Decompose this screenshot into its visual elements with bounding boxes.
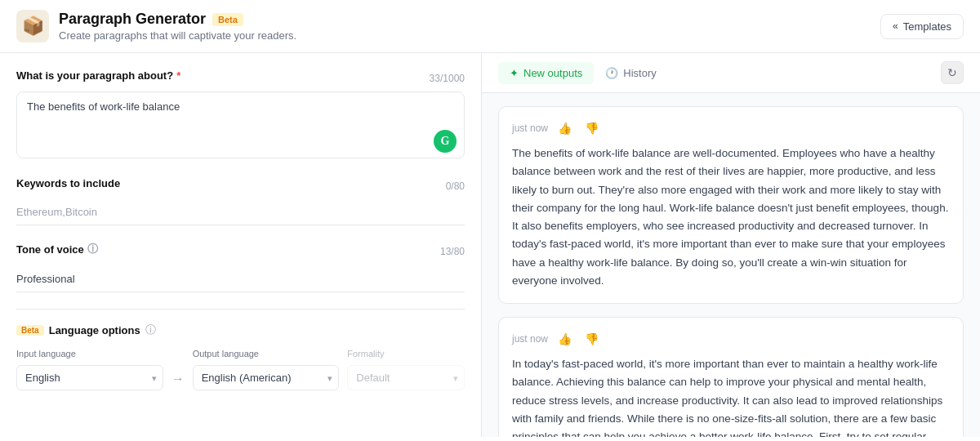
lang-section-label: Language options (49, 324, 140, 336)
lang-section-header: Beta Language options ⓘ (16, 323, 465, 337)
refresh-icon: ↻ (947, 66, 957, 79)
thumbs-up-button-1[interactable]: 👍 (555, 120, 575, 136)
arrow-icon: → (172, 372, 185, 386)
output-time-2: just now (512, 333, 548, 345)
formality-col: Formality Default Formal Informal ▾ (347, 349, 465, 390)
header-title-row: Paragraph Generator Beta (59, 11, 296, 28)
tabs: ✦ New outputs 🕐 History (498, 62, 668, 84)
output-meta-2: just now 👍 👎 (512, 331, 950, 347)
lang-grid: Input language English Spanish French Ge… (16, 349, 465, 390)
output-block-1: just now 👍 👎 The benefits of work-life b… (498, 106, 964, 304)
outputs-area: just now 👍 👎 The benefits of work-life b… (482, 93, 980, 437)
output-lang-select-wrap: English (American) English (British) Spa… (193, 365, 340, 390)
templates-label: Templates (903, 20, 951, 33)
main-layout: What is your paragraph about? * 33/1000 … (0, 53, 980, 437)
left-panel: What is your paragraph about? * 33/1000 … (0, 53, 482, 437)
tab-new-outputs-label: New outputs (523, 67, 582, 79)
tab-history-label: History (623, 67, 656, 79)
sparkle-icon: ✦ (510, 67, 519, 79)
tone-section: Tone of voice ⓘ 13/80 (16, 242, 465, 292)
page-header: 📦 Paragraph Generator Beta Create paragr… (0, 0, 980, 53)
tab-history[interactable]: 🕐 History (594, 62, 667, 84)
clock-icon: 🕐 (605, 67, 618, 79)
keywords-input[interactable] (16, 199, 465, 225)
thumbs-up-button-2[interactable]: 👍 (555, 331, 575, 347)
output-meta-1: just now 👍 👎 (512, 120, 950, 136)
keywords-section: Keywords to include 0/80 (16, 177, 465, 225)
output-lang-col: Output language English (American) Engli… (193, 349, 340, 390)
paragraph-textarea-wrap: G (16, 91, 465, 161)
app-title: Paragraph Generator (59, 11, 206, 28)
paragraph-label: What is your paragraph about? * (16, 69, 180, 82)
app-icon: 📦 (16, 10, 49, 42)
output-time-1: just now (512, 122, 548, 134)
templates-chevron-icon: « (893, 20, 898, 32)
tone-label: Tone of voice ⓘ (16, 242, 98, 256)
formality-select[interactable]: Default Formal Informal (347, 365, 465, 390)
required-indicator: * (176, 69, 180, 82)
tab-new-outputs[interactable]: ✦ New outputs (498, 62, 594, 84)
tone-input[interactable] (16, 266, 465, 292)
paragraph-char-count: 33/1000 (430, 73, 465, 84)
paragraph-label-row: What is your paragraph about? * 33/1000 (16, 69, 465, 87)
tone-char-count: 13/80 (440, 246, 465, 257)
header-title-wrap: Paragraph Generator Beta Create paragrap… (59, 11, 296, 42)
grammarly-button[interactable]: G (434, 130, 457, 153)
keywords-char-count: 0/80 (446, 180, 465, 192)
thumbs-down-button-2[interactable]: 👎 (581, 331, 602, 347)
output-text-2: In today's fast-paced world, it's more i… (512, 355, 950, 437)
paragraph-section: What is your paragraph about? * 33/1000 … (16, 69, 465, 161)
paragraph-textarea[interactable] (16, 91, 465, 158)
input-lang-select-wrap: English Spanish French German ▾ (16, 365, 163, 390)
input-lang-col: Input language English Spanish French Ge… (16, 349, 163, 390)
formality-select-wrap: Default Formal Informal ▾ (347, 365, 465, 390)
refresh-button[interactable]: ↻ (941, 61, 964, 84)
output-text-1: The benefits of work-life balance are we… (512, 145, 950, 290)
output-lang-select[interactable]: English (American) English (British) Spa… (193, 365, 340, 390)
thumbs-down-button-1[interactable]: 👎 (581, 120, 602, 136)
right-panel: ✦ New outputs 🕐 History ↻ just now 👍 👎 (482, 53, 980, 437)
input-lang-select[interactable]: English Spanish French German (16, 365, 163, 390)
lang-info-icon[interactable]: ⓘ (145, 323, 156, 337)
formality-chevron-icon: ▾ (453, 372, 458, 383)
beta-badge: Beta (212, 13, 243, 26)
lang-beta-badge: Beta (16, 325, 44, 336)
formality-label: Formality (347, 349, 465, 359)
templates-button[interactable]: « Templates (880, 14, 964, 39)
tabs-row: ✦ New outputs 🕐 History ↻ (482, 53, 980, 93)
header-left: 📦 Paragraph Generator Beta Create paragr… (16, 10, 296, 42)
grammarly-icon: G (441, 135, 450, 148)
tone-info-icon[interactable]: ⓘ (87, 242, 98, 256)
keywords-label-row: Keywords to include 0/80 (16, 177, 465, 194)
tone-label-row: Tone of voice ⓘ 13/80 (16, 242, 465, 261)
output-lang-label: Output language (193, 349, 340, 359)
keywords-label: Keywords to include (16, 177, 120, 189)
output-block-2: just now 👍 👎 In today's fast-paced world… (498, 317, 964, 437)
input-lang-label: Input language (16, 349, 163, 359)
app-subtitle: Create paragraphs that will captivate yo… (59, 29, 296, 42)
language-section: Beta Language options ⓘ Input language E… (16, 309, 465, 390)
